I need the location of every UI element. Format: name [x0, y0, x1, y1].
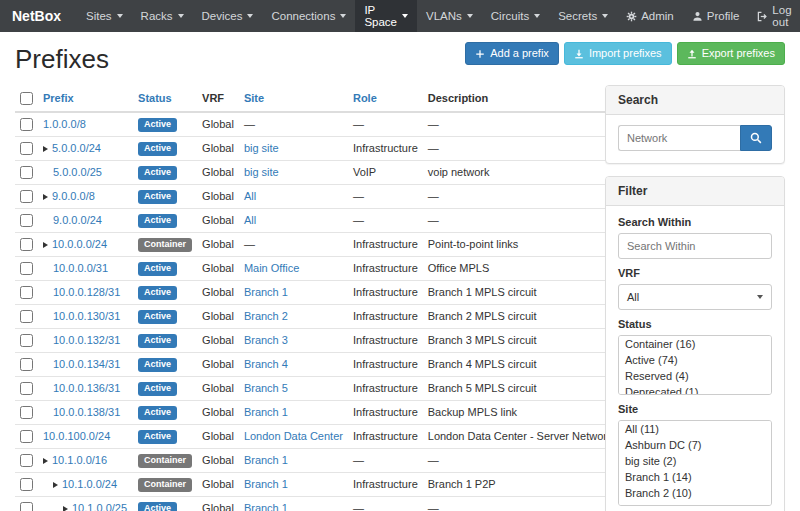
row-checkbox[interactable]: [20, 502, 33, 511]
site-link[interactable]: Branch 1: [244, 454, 288, 466]
prefix-link[interactable]: 10.0.0.130/31: [53, 310, 120, 322]
prefix-link[interactable]: 10.0.0.132/31: [53, 334, 120, 346]
status-listbox[interactable]: Container (16)Active (74)Reserved (4)Dep…: [618, 335, 772, 395]
listbox-option[interactable]: Branch 1 (14): [619, 469, 771, 485]
row-checkbox[interactable]: [20, 190, 33, 203]
description-cell: —: [423, 112, 618, 137]
prefix-link[interactable]: 10.0.0.136/31: [53, 382, 120, 394]
row-checkbox[interactable]: [20, 430, 33, 443]
site-listbox[interactable]: All (11)Ashburn DC (7)big site (2)Branch…: [618, 420, 772, 506]
row-checkbox[interactable]: [20, 382, 33, 395]
status-badge: Container: [138, 478, 192, 492]
row-checkbox[interactable]: [20, 262, 33, 275]
site-link[interactable]: big site: [244, 166, 279, 178]
expand-caret-icon[interactable]: [53, 482, 58, 488]
nav-item-connections[interactable]: Connections: [262, 0, 355, 32]
export-prefixes-button[interactable]: Export prefixes: [677, 42, 785, 65]
prefix-link[interactable]: 1.0.0.0/8: [43, 118, 86, 130]
expand-caret-icon[interactable]: [43, 458, 48, 464]
description-cell: Branch 2 MPLS circuit: [423, 304, 618, 328]
search-button[interactable]: [740, 125, 772, 151]
site-link[interactable]: All: [244, 214, 256, 226]
prefix-link[interactable]: 10.0.0.128/31: [53, 286, 120, 298]
site-link[interactable]: Branch 1: [244, 478, 288, 490]
prefix-link[interactable]: 10.0.0.134/31: [53, 358, 120, 370]
nav-item-log-out[interactable]: Log out: [748, 0, 800, 32]
column-header-role[interactable]: Role: [348, 85, 423, 112]
prefix-link[interactable]: 5.0.0.0/25: [53, 166, 102, 178]
prefix-link[interactable]: 10.0.0.0/24: [52, 238, 107, 250]
site-link[interactable]: Branch 1: [244, 502, 288, 511]
listbox-option[interactable]: Container (16): [619, 336, 771, 352]
row-checkbox[interactable]: [20, 118, 33, 131]
row-checkbox[interactable]: [20, 310, 33, 323]
prefix-link[interactable]: 10.0.0.0/31: [53, 262, 108, 274]
site-link[interactable]: Branch 3: [244, 334, 288, 346]
column-header-prefix[interactable]: Prefix: [38, 85, 133, 112]
nav-item-circuits[interactable]: Circuits: [482, 0, 549, 32]
prefix-link[interactable]: 9.0.0.0/8: [52, 190, 95, 202]
nav-item-racks[interactable]: Racks: [132, 0, 193, 32]
listbox-option[interactable]: Branch 3 (6): [619, 501, 771, 506]
nav-item-vlans[interactable]: VLANs: [417, 0, 482, 32]
row-checkbox[interactable]: [20, 166, 33, 179]
site-link[interactable]: Branch 5: [244, 382, 288, 394]
nav-item-sites[interactable]: Sites: [77, 0, 132, 32]
nav-item-profile[interactable]: Profile: [683, 0, 749, 32]
column-header-status[interactable]: Status: [133, 85, 197, 112]
expand-caret-icon[interactable]: [43, 242, 48, 248]
nav-item-admin[interactable]: Admin: [617, 0, 683, 32]
site-link[interactable]: Branch 2: [244, 310, 288, 322]
nav-item-secrets[interactable]: Secrets: [549, 0, 617, 32]
listbox-option[interactable]: big site (2): [619, 453, 771, 469]
prefix-link[interactable]: 9.0.0.0/24: [53, 214, 102, 226]
row-checkbox[interactable]: [20, 286, 33, 299]
search-input[interactable]: [618, 125, 740, 151]
description-cell: —: [423, 184, 618, 208]
site-link[interactable]: Branch 1: [244, 286, 288, 298]
navbar-brand[interactable]: NetBox: [12, 0, 77, 32]
add-a-prefix-button[interactable]: Add a prefix: [465, 42, 559, 65]
listbox-option[interactable]: Branch 2 (10): [619, 485, 771, 501]
search-within-input[interactable]: [618, 233, 772, 259]
expand-caret-icon[interactable]: [43, 194, 48, 200]
site-link[interactable]: All: [244, 190, 256, 202]
status-badge: Active: [138, 142, 177, 156]
prefix-link[interactable]: 10.1.0.0/24: [62, 478, 117, 490]
select-all-checkbox[interactable]: [20, 92, 33, 105]
row-checkbox[interactable]: [20, 214, 33, 227]
table-row: 9.0.0.0/24ActiveGlobalAll——: [15, 208, 617, 232]
prefix-link[interactable]: 10.1.0.0/25: [72, 502, 127, 511]
row-checkbox[interactable]: [20, 478, 33, 491]
expand-caret-icon[interactable]: [63, 506, 68, 511]
row-checkbox[interactable]: [20, 406, 33, 419]
import-prefixes-button[interactable]: Import prefixes: [564, 42, 672, 65]
status-badge: Active: [138, 358, 177, 372]
nav-item-ip-space[interactable]: IP Space: [355, 0, 417, 32]
nav-item-devices[interactable]: Devices: [193, 0, 263, 32]
prefix-link[interactable]: 5.0.0.0/24: [52, 142, 101, 154]
site-link[interactable]: big site: [244, 142, 279, 154]
listbox-option[interactable]: All (11): [619, 421, 771, 437]
prefix-link[interactable]: 10.1.0.0/16: [52, 454, 107, 466]
row-checkbox[interactable]: [20, 334, 33, 347]
row-checkbox[interactable]: [20, 358, 33, 371]
site-link[interactable]: London Data Center: [244, 430, 343, 442]
description-cell: London Data Center - Server Network: [423, 424, 618, 448]
row-checkbox[interactable]: [20, 238, 33, 251]
vrf-cell: Global: [197, 208, 239, 232]
site-link[interactable]: Main Office: [244, 262, 299, 274]
row-checkbox[interactable]: [20, 142, 33, 155]
listbox-option[interactable]: Reserved (4): [619, 368, 771, 384]
listbox-option[interactable]: Ashburn DC (7): [619, 437, 771, 453]
site-link[interactable]: Branch 4: [244, 358, 288, 370]
site-link[interactable]: Branch 1: [244, 406, 288, 418]
row-checkbox[interactable]: [20, 454, 33, 467]
column-header-site[interactable]: Site: [239, 85, 348, 112]
expand-caret-icon[interactable]: [43, 146, 48, 152]
listbox-option[interactable]: Deprecated (1): [619, 384, 771, 395]
listbox-option[interactable]: Active (74): [619, 352, 771, 368]
vrf-select[interactable]: All: [618, 284, 772, 310]
prefix-link[interactable]: 10.0.0.138/31: [53, 406, 120, 418]
prefix-link[interactable]: 10.0.100.0/24: [43, 430, 110, 442]
